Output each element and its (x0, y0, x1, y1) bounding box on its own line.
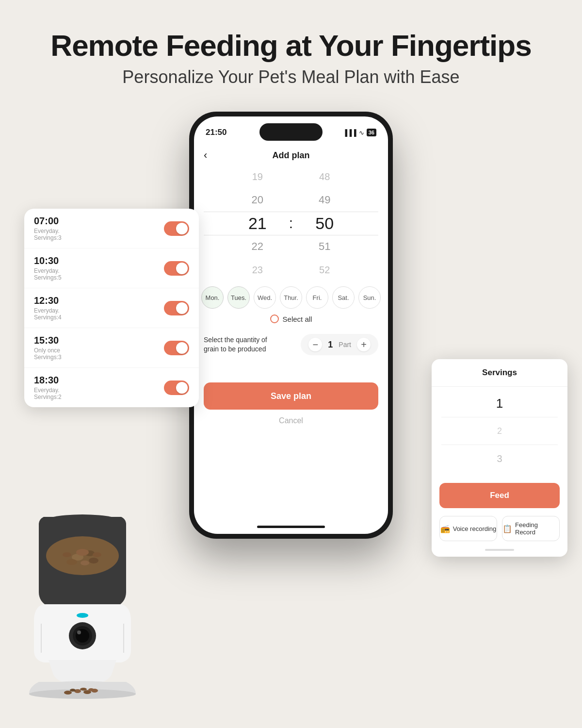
toggle-knob-3 (176, 342, 188, 354)
feeding-record-button[interactable]: 📋 Feeding Record (502, 516, 560, 541)
day-sun[interactable]: Sun. (358, 286, 381, 309)
svg-point-25 (88, 688, 94, 691)
quantity-plus[interactable]: + (357, 338, 371, 351)
toggle-knob-0 (176, 223, 188, 234)
voice-recording-label: Voice recording (453, 525, 497, 532)
hour-above: 19 (228, 170, 287, 188)
minute-column[interactable]: 48 49 50 51 52 (295, 170, 354, 277)
quantity-value: 1 (328, 340, 333, 350)
svg-point-14 (77, 613, 88, 618)
day-fri[interactable]: Fri. (306, 286, 328, 309)
phone-notch (259, 123, 323, 141)
main-subtitle: Personalize Your Pet's Meal Plan with Ea… (0, 67, 582, 87)
select-all-radio[interactable] (270, 314, 279, 323)
servings-item-2[interactable]: 2 (432, 419, 567, 443)
servings-divider-bottom (441, 445, 558, 445)
hour-selected: 21 (228, 212, 287, 235)
plan-toggle-2[interactable] (164, 301, 189, 315)
phone-screen: 21:50 ▐▐▐ ∿ 36 ‹ Add plan 19 20 21 (194, 116, 388, 534)
hour-below: 22 (228, 235, 287, 258)
hour-near-above: 20 (228, 188, 287, 212)
back-button[interactable]: ‹ (204, 149, 207, 162)
day-selector: Mon. Tues. Wed. Thur. Fri. Sat. Sun. (194, 281, 388, 314)
record-icon: 📋 (502, 524, 512, 533)
pet-feeder-device (15, 485, 150, 699)
plan-toggle-1[interactable] (164, 261, 189, 276)
feeding-record-label: Feeding Record (515, 521, 559, 536)
action-row: 📻 Voice recording 📋 Feeding Record (432, 516, 567, 549)
svg-point-23 (70, 689, 76, 692)
status-time: 21:50 (206, 128, 226, 137)
cancel-button[interactable]: Cancel (194, 416, 388, 425)
svg-point-18 (29, 689, 136, 699)
toggle-knob-2 (176, 302, 188, 314)
main-title: Remote Feeding at Your Fingertips (0, 29, 582, 62)
servings-item-1[interactable]: 1 (432, 392, 567, 415)
plan-item-4[interactable]: 18:30 Everyday.Servings:2 (24, 368, 199, 407)
svg-point-9 (93, 552, 101, 557)
plan-item-1[interactable]: 10:30 Everyday.Servings:5 (24, 248, 199, 288)
svg-point-4 (81, 561, 89, 565)
app-title: Add plan (273, 150, 310, 161)
minute-below: 51 (295, 235, 354, 258)
plan-time-4: 18:30 (34, 375, 62, 386)
plan-time-3: 15:30 (34, 335, 62, 346)
picker-line-top (204, 212, 378, 212)
servings-title: Servings (432, 359, 567, 387)
select-all-row[interactable]: Select all (194, 311, 388, 327)
day-thur[interactable]: Thur. (280, 286, 302, 309)
plan-item-2[interactable]: 12:30 Everyday.Servings:4 (24, 288, 199, 328)
plan-time-1: 10:30 (34, 255, 62, 266)
svg-point-5 (66, 559, 77, 565)
quantity-minus[interactable]: − (308, 338, 322, 351)
time-picker[interactable]: 19 20 21 22 23 : 48 49 50 51 52 (194, 170, 388, 277)
plan-details-0: Everyday.Servings:3 (34, 228, 62, 241)
plan-time-0: 07:00 (34, 215, 62, 227)
svg-point-8 (63, 552, 71, 557)
wifi-icon: ∿ (359, 129, 364, 136)
hour-column[interactable]: 19 20 21 22 23 (228, 170, 287, 277)
signal-icon: ▐▐▐ (343, 129, 356, 136)
day-mon[interactable]: Mon. (201, 286, 224, 309)
toggle-knob-1 (176, 263, 188, 274)
time-separator: : (289, 215, 293, 232)
save-plan-button[interactable]: Save plan (204, 382, 378, 410)
phone-bottom-bar (257, 526, 325, 528)
plan-item-0[interactable]: 07:00 Everyday.Servings:3 (24, 209, 199, 248)
svg-point-19 (64, 691, 72, 695)
servings-divider-top (441, 417, 558, 417)
plan-item-3[interactable]: 15:30 Only onceServings:3 (24, 328, 199, 368)
phone-frame: 21:50 ▐▐▐ ∿ 36 ‹ Add plan 19 20 21 (189, 112, 393, 539)
quantity-row: Select the quantity of grain to be produ… (204, 334, 378, 355)
day-wed[interactable]: Wed. (254, 286, 276, 309)
plan-toggle-0[interactable] (164, 221, 189, 236)
svg-point-24 (80, 688, 87, 691)
quantity-label: Select the quantity of grain to be produ… (204, 335, 281, 354)
plan-toggle-3[interactable] (164, 341, 189, 355)
servings-item-3[interactable]: 3 (432, 447, 567, 470)
page-header: Remote Feeding at Your Fingertips Person… (0, 0, 582, 102)
svg-point-13 (77, 630, 81, 634)
main-scene: 21:50 ▐▐▐ ∿ 36 ‹ Add plan 19 20 21 (0, 102, 582, 713)
voice-icon: 📻 (440, 524, 450, 533)
minute-near-above: 49 (295, 188, 354, 212)
minute-above: 48 (295, 170, 354, 188)
servings-popup: Servings 1 2 3 Feed 📻 Voice recording 📋 … (432, 359, 567, 557)
feed-button[interactable]: Feed (439, 483, 560, 508)
plan-details-2: Everyday.Servings:4 (34, 307, 62, 321)
battery-icon: 36 (367, 129, 376, 136)
day-sat[interactable]: Sat. (332, 286, 355, 309)
quantity-control: − 1 Part + (301, 334, 378, 355)
plan-list-card: 07:00 Everyday.Servings:3 10:30 Everyday… (24, 209, 199, 407)
plan-toggle-4[interactable] (164, 381, 189, 395)
status-icons: ▐▐▐ ∿ 36 (343, 129, 376, 136)
servings-list: 1 2 3 (432, 387, 567, 475)
hour-below2: 23 (228, 258, 287, 277)
minute-selected: 50 (295, 212, 354, 235)
svg-point-7 (76, 549, 89, 556)
toggle-knob-4 (176, 382, 188, 394)
day-tues[interactable]: Tues. (227, 286, 250, 309)
minute-below2: 52 (295, 258, 354, 277)
voice-recording-button[interactable]: 📻 Voice recording (439, 516, 497, 541)
plan-details-3: Only onceServings:3 (34, 347, 62, 361)
